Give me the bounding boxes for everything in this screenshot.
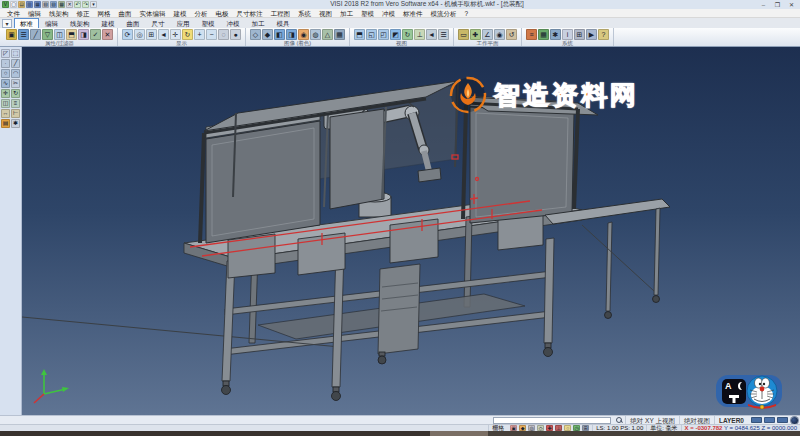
- menu-item[interactable]: 冲模: [378, 9, 399, 18]
- dynamic-rotate-icon[interactable]: ↻: [182, 29, 193, 40]
- view-rotate-icon[interactable]: ↻: [402, 29, 413, 40]
- layer-chip[interactable]: [777, 417, 788, 423]
- menu-item[interactable]: 建模: [170, 9, 191, 18]
- macro-run-icon[interactable]: ▶: [586, 29, 597, 40]
- redraw-icon[interactable]: ⟳: [122, 29, 133, 40]
- reset-filter-icon[interactable]: ✕: [102, 29, 113, 40]
- tab-11[interactable]: 模具: [271, 18, 296, 28]
- filter-all-icon[interactable]: ▽: [42, 29, 53, 40]
- circle-icon[interactable]: ○: [1, 69, 10, 78]
- wireframe-mode-icon[interactable]: ◇: [250, 29, 261, 40]
- hidden-line-mode-icon[interactable]: ◆: [262, 29, 273, 40]
- arc-icon[interactable]: ◠: [11, 69, 20, 78]
- cad-viewport[interactable]: 智造资料网 A: [22, 47, 800, 415]
- save-all[interactable]: ▦: [34, 1, 41, 8]
- pan-icon[interactable]: ✛: [170, 29, 181, 40]
- menu-item[interactable]: 分析: [191, 9, 212, 18]
- select-window-icon[interactable]: ⬚: [11, 49, 20, 58]
- menu-item[interactable]: 加工: [336, 9, 357, 18]
- redo[interactable]: ↷: [82, 1, 89, 8]
- workplane-align-icon[interactable]: ∠: [482, 29, 493, 40]
- tab-3[interactable]: 线架构: [64, 18, 96, 28]
- new-file[interactable]: ▢: [10, 1, 17, 8]
- command-input[interactable]: [493, 417, 611, 424]
- layer-chip[interactable]: [751, 417, 762, 423]
- settings-icon[interactable]: ✱: [11, 119, 20, 128]
- workplane-view-icon[interactable]: ◉: [494, 29, 505, 40]
- close-button[interactable]: ✕: [785, 1, 798, 9]
- offset-icon[interactable]: ≡: [11, 99, 20, 108]
- background-settings-icon[interactable]: ▦: [334, 29, 345, 40]
- undo[interactable]: ↶: [74, 1, 81, 8]
- system-info-icon[interactable]: i: [562, 29, 573, 40]
- print[interactable]: ▧: [42, 1, 49, 8]
- shaded-mode-icon[interactable]: ◧: [274, 29, 285, 40]
- perspective-mode-icon[interactable]: △: [322, 29, 333, 40]
- selection-mask-icon[interactable]: ◨: [78, 29, 89, 40]
- measure-icon[interactable]: ↔: [1, 109, 10, 118]
- menu-item[interactable]: 编辑: [24, 9, 45, 18]
- save-file[interactable]: ▥: [26, 1, 33, 8]
- copy[interactable]: ▨: [50, 1, 57, 8]
- menu-item[interactable]: 系统: [294, 9, 315, 18]
- select-icon[interactable]: ◸: [1, 49, 10, 58]
- tab-10[interactable]: 加工: [246, 18, 271, 28]
- zoom-window-icon[interactable]: ⊞: [146, 29, 157, 40]
- view-front-icon[interactable]: ◱: [366, 29, 377, 40]
- menu-item[interactable]: 模流分析: [427, 9, 461, 18]
- toolbar-overflow-button[interactable]: ▾: [2, 19, 12, 28]
- curve-icon[interactable]: ∿: [1, 79, 10, 88]
- paste[interactable]: ▩: [58, 1, 65, 8]
- rendered-mode-icon[interactable]: ◉: [298, 29, 309, 40]
- tab-6[interactable]: 尺寸: [146, 18, 171, 28]
- zoom-previous-icon[interactable]: ◄: [158, 29, 169, 40]
- show-entity-icon[interactable]: ●: [230, 29, 241, 40]
- zoom-out-icon[interactable]: −: [206, 29, 217, 40]
- menu-item[interactable]: 标准件: [399, 9, 427, 18]
- zoom-in-icon[interactable]: +: [194, 29, 205, 40]
- tab-9[interactable]: 冲模: [221, 18, 246, 28]
- layer-chip[interactable]: [764, 417, 775, 423]
- shaded-edges-mode-icon[interactable]: ◨: [286, 29, 297, 40]
- tab-7[interactable]: 应用: [171, 18, 196, 28]
- hide-entity-icon[interactable]: ◌: [218, 29, 229, 40]
- view-side-icon[interactable]: ◰: [378, 29, 389, 40]
- menu-item[interactable]: 修正: [73, 9, 94, 18]
- menu-item[interactable]: 线架构: [45, 9, 73, 18]
- color-table-icon[interactable]: ▦: [538, 29, 549, 40]
- pick-filter-icon[interactable]: ✓: [90, 29, 101, 40]
- menu-item[interactable]: ?: [461, 9, 473, 18]
- filter-layer-icon[interactable]: ⬒: [66, 29, 77, 40]
- view-isometric-icon[interactable]: ◩: [390, 29, 401, 40]
- workplane-xy-icon[interactable]: ▭: [458, 29, 469, 40]
- view-top-icon[interactable]: ⬒: [354, 29, 365, 40]
- help-icon[interactable]: ?: [598, 29, 609, 40]
- menu-item[interactable]: 文件: [3, 9, 24, 18]
- menu-item[interactable]: 尺寸标注: [233, 9, 267, 18]
- filter-type-icon[interactable]: ◫: [54, 29, 65, 40]
- view-list-icon[interactable]: ☰: [438, 29, 449, 40]
- taskbar-item[interactable]: [430, 431, 488, 436]
- zoom-all-icon[interactable]: ◎: [134, 29, 145, 40]
- move-icon[interactable]: ✛: [1, 89, 10, 98]
- tab-5[interactable]: 曲面: [121, 18, 146, 28]
- menu-item[interactable]: 实体编辑: [136, 9, 170, 18]
- view-normal-icon[interactable]: ⊥: [414, 29, 425, 40]
- layer-color-chips[interactable]: [748, 417, 791, 423]
- calculator-icon[interactable]: ⊞: [574, 29, 585, 40]
- menu-item[interactable]: 视图: [315, 9, 336, 18]
- trim-icon[interactable]: ✂: [11, 79, 20, 88]
- point-icon[interactable]: ·: [1, 59, 10, 68]
- tab-8[interactable]: 塑模: [196, 18, 221, 28]
- tab-4[interactable]: 建模: [96, 18, 121, 28]
- open-file[interactable]: ▤: [18, 1, 25, 8]
- attribute-color-icon[interactable]: ▣: [6, 29, 17, 40]
- rotate-icon[interactable]: ↻: [11, 89, 20, 98]
- workplane-new-icon[interactable]: ✚: [470, 29, 481, 40]
- system-settings-icon[interactable]: ✱: [550, 29, 561, 40]
- dimension-icon[interactable]: ⊢: [11, 109, 20, 118]
- tab-1[interactable]: 标准: [14, 18, 39, 28]
- maximize-button[interactable]: ❐: [771, 1, 784, 9]
- view-previous-icon[interactable]: ◄: [426, 29, 437, 40]
- layers-icon[interactable]: ▤: [1, 119, 10, 128]
